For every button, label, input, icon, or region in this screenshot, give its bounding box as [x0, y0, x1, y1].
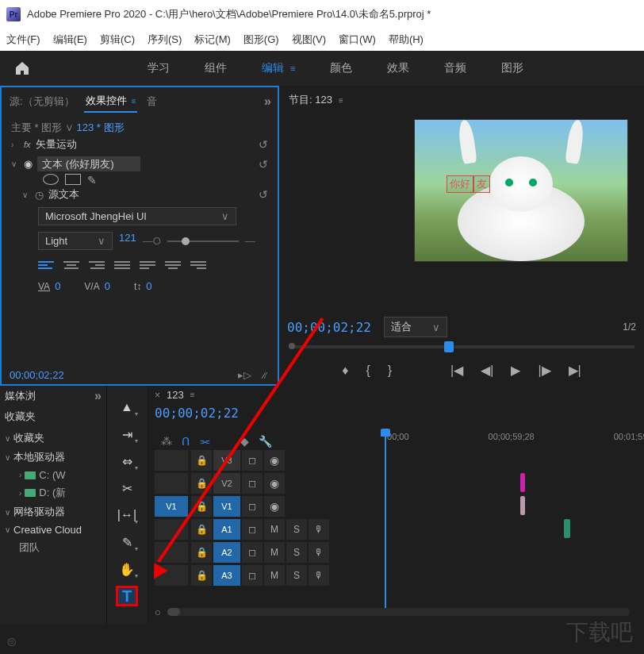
toggle-output-icon[interactable]: ◻	[242, 450, 263, 471]
tree-drive-c[interactable]: ›C: (W	[5, 467, 102, 483]
mute-button[interactable]: M	[264, 565, 285, 586]
align-right-icon[interactable]	[89, 258, 105, 272]
close-icon[interactable]: ×	[155, 390, 160, 401]
tree-drive-d[interactable]: ›D: (新	[5, 483, 102, 502]
play-icon[interactable]: ▶	[511, 363, 520, 378]
voiceover-icon[interactable]: 🎙	[309, 565, 329, 586]
track-v1[interactable]: V1 🔒 V1 ◻ ◉	[155, 495, 644, 517]
lock-icon[interactable]: 🔒	[191, 496, 212, 517]
zoom-out-icon[interactable]: ○	[155, 606, 161, 618]
selection-tool-icon[interactable]: ▲▾	[116, 397, 138, 417]
kerning-value[interactable]: 0	[105, 280, 110, 292]
slip-tool-icon[interactable]: |↔|▾	[116, 505, 138, 525]
marker-icon[interactable]: ◆	[240, 435, 249, 448]
menu-edit[interactable]: 编辑(E)	[53, 33, 87, 47]
solo-button[interactable]: S	[286, 542, 307, 563]
clip[interactable]	[564, 519, 570, 538]
toggle-output-icon[interactable]: ◻	[242, 473, 263, 494]
eye-icon[interactable]: ◉	[264, 496, 285, 517]
pen-tool-icon[interactable]: ✎▾	[116, 532, 138, 552]
lock-icon[interactable]: 🔒	[191, 473, 212, 494]
track-a1[interactable]: 🔒 A1 ◻ M S 🎙	[155, 518, 644, 541]
bracket-icon[interactable]: ⫽	[259, 369, 270, 381]
align-justify-last-center-icon[interactable]	[165, 258, 181, 272]
stopwatch-icon[interactable]: ◷	[35, 189, 44, 201]
menu-help[interactable]: 帮助(H)	[389, 33, 424, 47]
hamburger-icon[interactable]: ≡	[190, 390, 195, 399]
playhead-icon[interactable]	[444, 341, 454, 352]
align-justify-last-right-icon[interactable]	[190, 258, 206, 272]
toggle-output-icon[interactable]: ◻	[242, 565, 263, 586]
track-v3[interactable]: 🔒 V3 ◻ ◉	[155, 449, 644, 471]
linked-selection-icon[interactable]: ⫘	[199, 435, 210, 448]
track-v2[interactable]: 🔒 V2 ◻ ◉	[155, 472, 644, 494]
toggle-output-icon[interactable]: ◻	[242, 542, 263, 563]
resolution-scale[interactable]: 1/2	[623, 321, 636, 333]
panel-overflow-icon[interactable]: »	[94, 389, 102, 403]
home-button[interactable]	[10, 57, 35, 79]
lock-icon[interactable]: 🔒	[191, 542, 212, 563]
ellipse-mask-icon[interactable]	[43, 174, 59, 185]
go-to-in-icon[interactable]: |◀	[450, 363, 463, 378]
text-layer-label[interactable]	[37, 156, 140, 171]
tree-local-drives[interactable]: ∨本地驱动器	[5, 448, 102, 467]
zoom-fit-select[interactable]: 适合∨	[384, 317, 447, 337]
track-a2[interactable]: 🔒 A2 ◻ M S 🎙	[155, 541, 644, 564]
align-justify-last-left-icon[interactable]	[140, 258, 155, 272]
step-forward-icon[interactable]: |▶	[538, 363, 550, 378]
nest-icon[interactable]: ⁂	[161, 435, 172, 448]
tab-source[interactable]: 源:（无剪辑）	[8, 91, 76, 112]
tab-effect-controls[interactable]: 效果控件≡	[84, 90, 138, 113]
tree-favorites[interactable]: ∨收藏夹	[5, 429, 102, 448]
go-to-out-icon[interactable]: ▶|	[569, 363, 581, 378]
eye-icon[interactable]: ◉	[264, 450, 285, 471]
align-justify-icon[interactable]	[114, 258, 130, 272]
mode-color[interactable]: 颜色	[312, 55, 370, 82]
snap-icon[interactable]: ᑎ	[182, 435, 190, 448]
font-size-value[interactable]: 121	[119, 232, 136, 250]
mode-learn[interactable]: 学习	[130, 55, 187, 82]
toggle-output-icon[interactable]: ◻	[242, 496, 263, 517]
text-overlay[interactable]: 你好友	[447, 175, 490, 193]
tab-audio[interactable]: 音	[145, 91, 159, 112]
lock-icon[interactable]: 🔒	[191, 519, 212, 540]
tracking-value[interactable]: 0	[55, 280, 60, 292]
step-back-icon[interactable]: ◀|	[481, 363, 493, 378]
panel-overflow-icon[interactable]: »	[264, 94, 271, 109]
menu-marker[interactable]: 标记(M)	[194, 33, 231, 47]
hamburger-icon[interactable]: ≡	[339, 96, 343, 105]
program-tab[interactable]: 节目: 123	[289, 93, 332, 107]
reset-icon[interactable]: ↺	[259, 158, 268, 171]
mute-button[interactable]: M	[264, 542, 285, 563]
tree-network-drives[interactable]: ∨网络驱动器	[5, 502, 102, 521]
type-tool-icon[interactable]: T	[116, 586, 138, 606]
font-size-slider[interactable]: —O —	[143, 232, 268, 250]
hand-tool-icon[interactable]: ✋▾	[116, 559, 138, 579]
tree-creative-cloud[interactable]: ∨Creative Cloud	[5, 521, 102, 538]
mute-button[interactable]: M	[264, 519, 285, 540]
mark-out-icon[interactable]: }	[388, 364, 392, 378]
solo-button[interactable]: S	[286, 519, 307, 540]
sequence-tab[interactable]: 123	[167, 389, 184, 401]
menu-sequence[interactable]: 序列(S)	[148, 33, 182, 47]
tree-team[interactable]: 团队	[5, 538, 102, 557]
mode-audio[interactable]: 音频	[427, 55, 484, 82]
align-center-icon[interactable]	[63, 258, 79, 272]
menu-graphics[interactable]: 图形(G)	[243, 33, 279, 47]
pen-mask-icon[interactable]: ✎	[87, 174, 103, 185]
source-text-label[interactable]: 源文本	[48, 187, 79, 202]
mark-in-icon[interactable]: {	[366, 364, 370, 378]
mode-effects[interactable]: 效果	[370, 55, 427, 82]
reset-icon[interactable]: ↺	[259, 188, 268, 201]
program-timecode[interactable]: 00;00;02;22	[287, 320, 371, 335]
align-left-icon[interactable]	[38, 258, 54, 272]
voiceover-icon[interactable]: 🎙	[309, 542, 329, 563]
voiceover-icon[interactable]: 🎙	[309, 519, 329, 540]
menu-window[interactable]: 窗口(W)	[339, 33, 376, 47]
rect-mask-icon[interactable]	[65, 174, 81, 185]
mode-edit[interactable]: 编辑	[244, 55, 312, 82]
mode-graphics[interactable]: 图形	[484, 55, 541, 82]
media-browser-tab[interactable]: 媒体浏	[5, 389, 36, 403]
font-family-select[interactable]: Microsoft JhengHei UI∨	[38, 207, 236, 225]
ripple-edit-tool-icon[interactable]: ⇔▾	[116, 451, 138, 471]
